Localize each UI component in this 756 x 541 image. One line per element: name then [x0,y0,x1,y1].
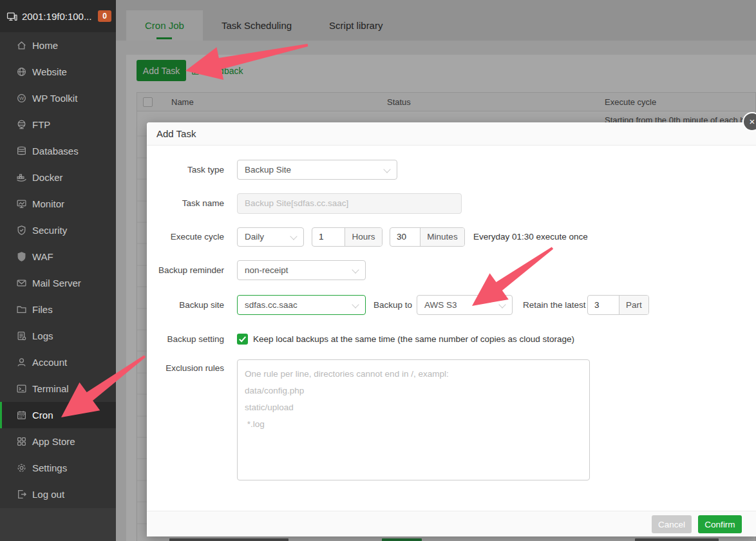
backup-reminder-select[interactable]: non-receipt [237,260,366,280]
retain-input[interactable]: 3 [588,296,619,314]
svg-text:W: W [19,95,24,101]
task-type-select[interactable]: Backup Site [237,160,397,180]
minutes-unit: Minutes [420,228,464,246]
sidebar-item-label: Settings [32,462,67,473]
ftp-icon [16,119,27,130]
chevron-down-icon [290,233,297,240]
screen: 2001:19f0:100... 0 HomeWebsiteWWP Toolki… [0,0,756,541]
execute-cycle-label: Execute cycle [147,227,224,247]
sidebar-item-label: Security [32,225,67,236]
sidebar-item-mail-server[interactable]: Mail Server [0,270,116,296]
backup-to-label: Backup to [373,295,412,315]
sidebar-item-label: FTP [32,119,50,130]
task-type-value: Backup Site [245,160,291,179]
modal-footer: Cancel Confirm [147,511,756,536]
chevron-down-icon [352,266,359,273]
sidebar-item-home[interactable]: Home [0,32,116,59]
sidebar-item-security[interactable]: Security [0,217,116,243]
databases-icon [16,146,27,157]
website-icon [16,66,27,77]
hours-unit: Hours [345,228,382,246]
sidebar-item-app-store[interactable]: App Store [0,428,116,455]
sidebar-item-label: Mail Server [32,278,81,289]
sidebar-item-settings[interactable]: Settings [0,455,116,481]
server-address: 2001:19f0:100... [22,11,91,22]
cron-icon [16,410,27,421]
backup-site-label: Backup site [147,295,224,315]
notification-badge[interactable]: 0 [98,10,111,22]
retain-unit: Part [619,296,648,314]
exclusion-rules-textarea[interactable] [237,359,590,480]
sidebar-item-label: Account [32,357,67,368]
check-icon [237,334,248,345]
appstore-icon [16,436,27,447]
keep-local-backups-checkbox[interactable] [237,334,248,345]
chevron-down-icon [352,301,359,308]
sidebar-menu: HomeWebsiteWWP ToolkitFTPDatabasesDocker… [0,32,116,508]
sidebar-item-label: Logs [32,330,53,341]
sidebar-item-monitor[interactable]: Monitor [0,191,116,217]
sidebar-item-label: Terminal [32,383,69,394]
sidebar-item-label: Files [32,304,53,315]
files-icon [16,304,27,315]
sidebar: 2001:19f0:100... 0 HomeWebsiteWWP Toolki… [0,0,116,541]
cycle-period-select[interactable]: Daily [237,227,304,247]
sidebar-item-databases[interactable]: Databases [0,138,116,164]
chevron-down-icon [383,166,390,173]
chevron-down-icon [498,301,506,308]
exclusion-rules-label: Exclusion rules [147,362,224,375]
hours-input[interactable]: 1 [312,228,345,246]
monitor-icon [16,198,27,209]
hours-input-group: 1 Hours [312,227,383,247]
retain-label: Retain the latest [523,295,586,315]
keep-local-backups-label[interactable]: Keep local backups at the same time (the… [253,332,574,346]
security-icon [16,225,27,236]
sidebar-item-ftp[interactable]: FTP [0,111,116,138]
wp-icon: W [16,93,27,104]
cycle-note: Everyday 01:30 execute once [473,227,588,247]
mail-icon [16,278,27,289]
backup-to-select[interactable]: AWS S3 [417,295,513,315]
waf-icon [16,251,27,262]
sidebar-item-account[interactable]: Account [0,349,116,375]
account-icon [16,357,27,368]
sidebar-item-label: Log out [32,489,64,500]
sidebar-item-logs[interactable]: Logs [0,323,116,349]
backup-site-select[interactable]: sdfas.cc.saac [237,295,366,315]
backup-setting-label: Backup setting [147,332,224,346]
sidebar-item-terminal[interactable]: Terminal [0,375,116,402]
sidebar-item-label: Docker [32,172,63,183]
backup-to-value: AWS S3 [424,296,457,314]
sidebar-item-label: WAF [32,251,53,262]
minutes-input[interactable]: 30 [390,228,420,246]
minutes-input-group: 30 Minutes [390,227,465,247]
backup-reminder-value: non-receipt [245,261,288,280]
sidebar-item-waf[interactable]: WAF [0,243,116,270]
terminal-icon [16,383,27,394]
sidebar-item-label: Home [32,40,58,51]
sidebar-item-log-out[interactable]: Log out [0,481,116,508]
sidebar-item-label: Monitor [32,198,64,209]
logout-icon [16,489,27,500]
sidebar-footer [0,508,116,541]
logs-icon [16,330,27,341]
sidebar-item-wp-toolkit[interactable]: WWP Toolkit [0,85,116,111]
sidebar-item-label: Cron [32,410,53,421]
sidebar-item-cron[interactable]: Cron [0,402,116,428]
cycle-period-value: Daily [245,228,264,246]
settings-icon [16,462,27,473]
sidebar-item-website[interactable]: Website [0,59,116,85]
task-name-input[interactable]: Backup Site[sdfas.cc.saac] [237,193,462,214]
modal-title: Add Task [156,122,196,146]
sidebar-item-label: Databases [32,146,79,157]
sidebar-item-label: Website [32,66,67,77]
sidebar-item-docker[interactable]: Docker [0,164,116,191]
add-task-modal: Add Task × Task type Backup Site Task na… [147,122,756,536]
retain-input-group: 3 Part [587,295,649,315]
home-icon [16,40,27,51]
server-selector[interactable]: 2001:19f0:100... 0 [0,0,116,32]
task-type-label: Task type [147,160,224,180]
sidebar-item-files[interactable]: Files [0,296,116,323]
confirm-button[interactable]: Confirm [698,515,742,533]
cancel-button[interactable]: Cancel [652,515,692,533]
